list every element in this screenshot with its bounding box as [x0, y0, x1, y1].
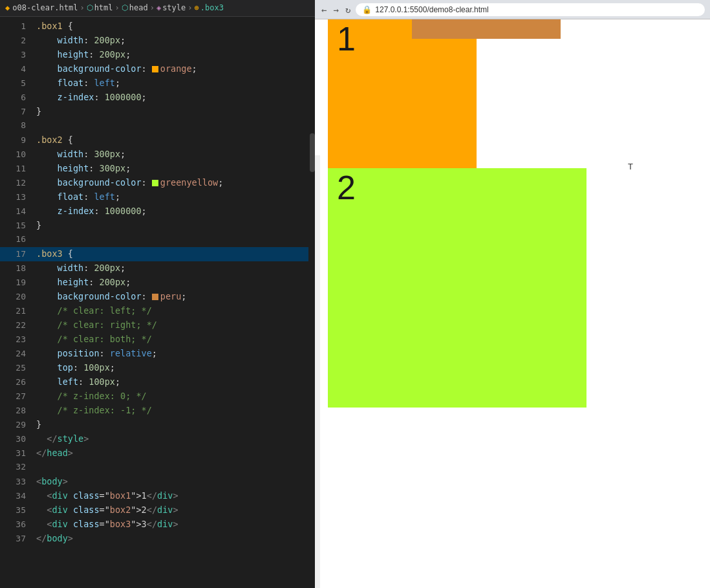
code-line: 8 [0, 119, 315, 133]
code-line: 30 </style> [0, 432, 315, 446]
box3-rendered [412, 19, 561, 39]
code-line: 7 } [0, 105, 315, 119]
code-line: 12 background-color: greenyellow; [0, 176, 315, 190]
editor-scrollbar[interactable] [308, 17, 315, 587]
code-line: 21 /* clear: left; */ [0, 304, 315, 318]
code-line: 34 <div class="box1">1</div> [0, 489, 315, 503]
code-line: 29 } [0, 418, 315, 432]
browser-content: T 1 2 3 [315, 19, 710, 588]
code-line: 20 background-color: peru; [0, 290, 315, 304]
code-line: 18 width: 200px; [0, 261, 315, 276]
browser-panel: ← → ↻ 🔒 127.0.0.1:5500/demo8-clear.html … [315, 0, 710, 588]
breadcrumb: ◆ o08-clear.html › ⬡ html › ⬡ head › ◈ s… [0, 0, 315, 17]
code-line: 10 width: 300px; [0, 147, 315, 162]
code-line: 33 <body> [0, 475, 315, 489]
code-line: 23 /* clear: both; */ [0, 332, 315, 347]
code-line: 11 height: 300px; [0, 162, 315, 176]
code-line: 5 float: left; [0, 76, 315, 91]
box3-icon: ⊛ [195, 2, 199, 14]
code-content: 1 .box1 { 2 width: 200px; 3 height: 200p… [0, 17, 315, 549]
code-line: 24 position: relative; [0, 347, 315, 361]
code-line: 25 top: 100px; [0, 361, 315, 375]
code-line: 22 /* clear: right; */ [0, 318, 315, 332]
t-letter-indicator: T [628, 162, 633, 171]
code-line: 26 left: 100px; [0, 375, 315, 389]
code-line: 19 height: 200px; [0, 276, 315, 290]
code-line: 3 height: 200px; [0, 48, 315, 62]
box1-rendered: 1 [328, 19, 477, 168]
code-line: 1 .box1 { [0, 19, 315, 34]
code-line: 28 /* z-index: -1; */ [0, 404, 315, 418]
code-line-active: 17 .box3 { [0, 247, 315, 261]
html-icon: ⬡ [87, 2, 93, 14]
editor-scrollbar-thumb[interactable] [310, 133, 315, 172]
browser-bar: ← → ↻ 🔒 127.0.0.1:5500/demo8-clear.html [315, 0, 710, 19]
rendered-boxes-container: 1 2 3 [328, 19, 709, 588]
editor-panel: ◆ o08-clear.html › ⬡ html › ⬡ head › ◈ s… [0, 0, 315, 588]
code-line: 6 z-index: 1000000; [0, 91, 315, 105]
code-line: 15 } [0, 219, 315, 233]
code-line: 36 <div class="box3">3</div> [0, 517, 315, 532]
code-line: 14 z-index: 1000000; [0, 204, 315, 219]
code-line: 4 background-color: orange; [0, 62, 315, 76]
code-line: 2 width: 200px; [0, 34, 315, 48]
code-line: 31 </head> [0, 446, 315, 461]
browser-forward-button[interactable]: → [332, 5, 339, 15]
code-line: 9 .box2 { [0, 133, 315, 147]
browser-refresh-button[interactable]: ↻ [344, 5, 352, 15]
browser-url-text: 127.0.0.1:5500/demo8-clear.html [375, 5, 488, 14]
code-line: 27 /* z-index: 0; */ [0, 389, 315, 404]
browser-url-bar[interactable]: 🔒 127.0.0.1:5500/demo8-clear.html [356, 3, 705, 16]
code-line: 35 <div class="box2">2</div> [0, 503, 315, 517]
box2-label: 2 [328, 164, 365, 212]
box1-label: 1 [328, 19, 365, 63]
code-line: 16 [0, 233, 315, 247]
browser-left-gutter [315, 155, 320, 588]
browser-back-button[interactable]: ← [320, 5, 328, 15]
box2-rendered: 2 [328, 168, 586, 408]
head-icon: ⬡ [122, 2, 128, 14]
code-line: 32 [0, 461, 315, 475]
code-line: 13 float: left; [0, 190, 315, 204]
code-line: 37 </body> [0, 532, 315, 546]
breadcrumb-file-icon: ◆ [5, 2, 10, 14]
breadcrumb-filename: o08-clear.html [12, 2, 78, 14]
style-icon: ◈ [156, 2, 161, 14]
